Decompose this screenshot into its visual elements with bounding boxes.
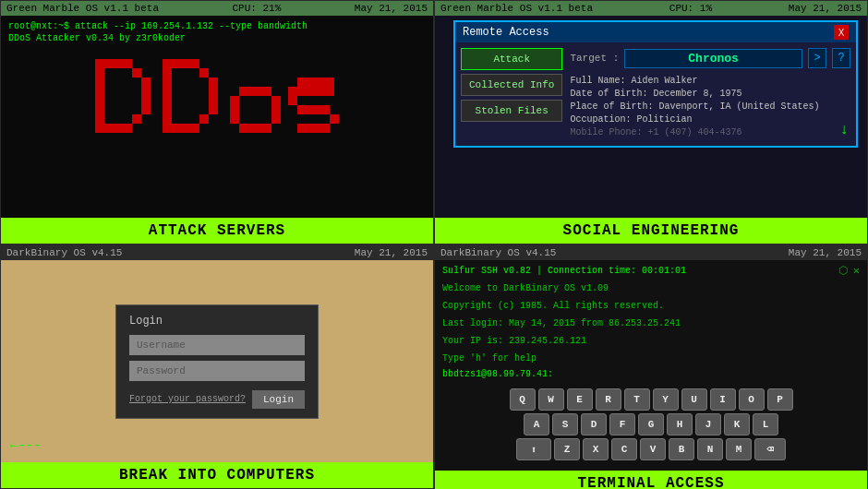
ssh-bar: Sulfur SSH v0.82 | Connection time: 00:0… [442,264,860,278]
key-j[interactable]: J [695,413,721,435]
keyboard-row-3: ⬆ Z X C V B N M ⌫ [442,438,860,460]
ssh-bar-text: Sulfur SSH v0.82 | Connection time: 00:0… [442,266,686,276]
terminal-line-5: Type 'h' for help [442,352,860,365]
key-n[interactable]: N [697,438,723,460]
forgot-password-link[interactable]: Forgot your password? [129,394,246,404]
key-i[interactable]: I [710,388,736,411]
ddos-graphic [8,45,426,147]
terminal-prompt: bbdtzs1@98.99.79.41: [442,369,860,379]
target-help-button[interactable]: ? [832,48,850,68]
ddos-terminal: root@nxt:~$ attack --ip 169.254.1.132 --… [1,16,433,218]
ddos-subtitle: DDoS Attacker v0.34 by z3r0koder [8,33,426,43]
info-line-2: Date of Birth: December 8, 1975 [570,89,850,99]
key-c[interactable]: C [611,438,637,460]
key-g[interactable]: G [638,413,664,435]
svg-rect-4 [141,78,151,114]
info-line-5: Mobile Phone: +1 (407) 404-4376 [570,127,850,137]
target-nav-button[interactable]: > [808,48,826,68]
terminal-line-1: Welcome to DarkBinary OS v1.09 [442,281,860,295]
keyboard-row-1: Q W E R T Y U I O P [442,388,860,411]
attack-button[interactable]: Attack [461,48,562,70]
dialog-close-button[interactable]: X [834,25,849,40]
svg-rect-8 [172,59,199,68]
key-o[interactable]: O [739,388,765,411]
key-a[interactable]: A [524,413,549,435]
svg-rect-14 [239,124,271,133]
key-d[interactable]: D [581,413,607,435]
info-line-4: Occupation: Politician [570,114,850,125]
ta-os-name: DarkBinary OS v4.15 [440,247,556,258]
key-p[interactable]: P [767,388,793,411]
terminal-os-bar: DarkBinary OS v4.15 May 21, 2015 [435,245,867,260]
collected-info-button[interactable]: Collected Info [461,74,562,96]
terminal-access-panel: DarkBinary OS v4.15 May 21, 2015 Sulfur … [434,244,868,489]
scroll-down-icon[interactable]: ↓ [839,122,849,138]
on-screen-keyboard: Q W E R T Y U I O P A S D F G H [442,385,860,467]
svg-rect-11 [209,78,218,114]
dialog-body: Attack Collected Info Stolen Files Targe… [455,42,856,146]
ddos-d1-letter [95,59,155,133]
back-arrow-icon[interactable]: ←--- [10,438,42,453]
key-shift[interactable]: ⬆ [516,438,551,460]
login-button[interactable]: Login [252,390,305,409]
key-f[interactable]: F [609,413,635,435]
key-v[interactable]: V [640,438,666,460]
svg-rect-21 [297,124,330,133]
keyboard-row-2: A S D F G H J K L [442,413,860,435]
key-l[interactable]: L [753,413,778,435]
svg-rect-15 [230,96,239,124]
key-b[interactable]: B [669,438,694,460]
key-q[interactable]: Q [510,388,536,411]
stolen-files-button[interactable]: Stolen Files [461,100,562,122]
key-x[interactable]: X [583,438,609,460]
key-s[interactable]: S [552,413,578,435]
ta-date: May 21, 2015 [789,247,862,258]
svg-rect-16 [271,96,281,124]
svg-rect-19 [297,105,330,114]
svg-rect-5 [132,114,141,124]
target-row: Target : Chronos > ? [570,48,850,68]
svg-rect-18 [288,96,297,105]
attack-os-name: Green Marble OS v1.1 beta [6,3,159,14]
social-eng-os-bar: Green Marble OS v1.1 beta CPU: 1% May 21… [435,1,867,16]
key-h[interactable]: H [667,413,693,435]
bi-date: May 21, 2015 [355,247,428,258]
terminal-line-3: Last login: May 14, 2015 from 86.253.25.… [442,316,860,330]
key-u[interactable]: U [681,388,707,411]
attack-servers-label: ATTACK SERVERS [1,218,433,244]
ssh-close-icon[interactable]: ✕ [853,264,860,278]
key-k[interactable]: K [724,413,750,435]
login-footer: Forgot your password? Login [129,390,305,409]
key-e[interactable]: E [567,388,593,411]
key-t[interactable]: T [624,388,650,411]
login-dialog: Login Forgot your password? Login [115,304,319,419]
info-line-1: Full Name: Aiden Walker [570,76,850,86]
ddos-command: root@nxt:~$ attack --ip 169.254.1.132 --… [8,21,426,31]
key-w[interactable]: W [538,388,564,411]
social-engineering-panel: Green Marble OS v1.1 beta CPU: 1% May 21… [434,0,868,244]
bi-os-name: DarkBinary OS v4.15 [6,247,122,258]
terminal-access-label: TERMINAL ACCESS [435,471,867,489]
key-backspace[interactable]: ⌫ [754,438,786,460]
terminal-line-4: Your IP is: 239.245.26.121 [442,334,860,348]
ssh-window-icon[interactable]: ⬡ [838,264,848,278]
break-in-label: BREAK INTO COMPUTERS [1,462,433,488]
target-label: Target : [570,53,619,64]
ddos-o-letter [230,59,281,133]
key-z[interactable]: Z [554,438,580,460]
key-y[interactable]: Y [653,388,679,411]
break-in-content: Login Forgot your password? Login ←--- [1,260,433,462]
svg-rect-12 [199,114,209,124]
username-field[interactable] [129,335,305,355]
terminal-content: Sulfur SSH v0.82 | Connection time: 00:0… [435,260,867,471]
svg-rect-22 [288,87,297,96]
svg-rect-23 [297,78,334,87]
key-m[interactable]: M [726,438,752,460]
dialog-info: Target : Chronos > ? Full Name: Aiden Wa… [570,48,850,140]
dialog-title: Remote Access [463,26,549,39]
password-field[interactable] [129,361,305,381]
key-r[interactable]: R [596,388,621,411]
svg-rect-7 [163,59,172,133]
svg-rect-0 [95,59,104,133]
svg-rect-1 [104,59,132,68]
